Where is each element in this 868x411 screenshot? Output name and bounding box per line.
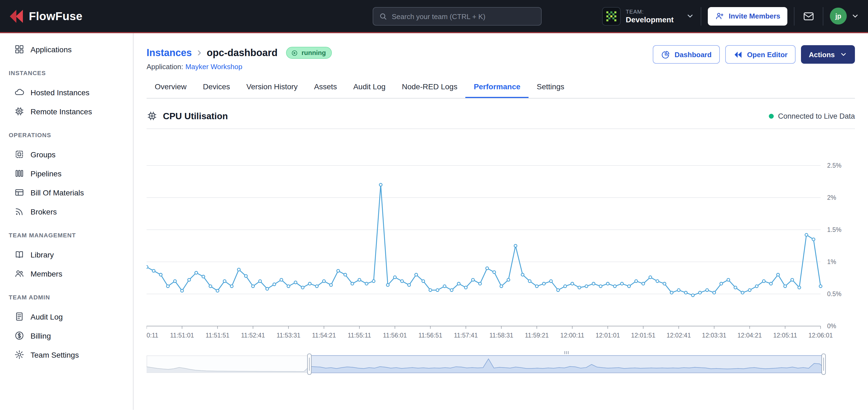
x-axis-label: 11:51:51 bbox=[206, 332, 230, 339]
sidebar-item-label: Audit Log bbox=[31, 312, 63, 321]
brush-move-grip[interactable] bbox=[564, 351, 565, 354]
sidebar-item-label: Billing bbox=[31, 331, 51, 340]
data-point bbox=[649, 276, 652, 278]
mail-icon bbox=[803, 10, 815, 22]
dashboard-button[interactable]: Dashboard bbox=[653, 45, 720, 64]
y-axis-label: 1.5% bbox=[827, 226, 841, 233]
data-point bbox=[415, 273, 417, 276]
billing-icon bbox=[14, 331, 25, 341]
application-link[interactable]: Mayker Workshop bbox=[185, 63, 242, 71]
editor-icon bbox=[734, 50, 743, 59]
x-axis-label: 12:01:51 bbox=[631, 332, 655, 339]
data-point bbox=[571, 282, 574, 285]
team-avatar bbox=[602, 7, 621, 25]
tab-assets[interactable]: Assets bbox=[306, 82, 345, 98]
audit-log-icon bbox=[14, 311, 25, 322]
tab-devices[interactable]: Devices bbox=[195, 82, 238, 98]
breadcrumb-instances-link[interactable]: Instances bbox=[147, 47, 192, 59]
sidebar-item-label: Bill Of Materials bbox=[31, 188, 84, 197]
x-axis-label: 11:54:21 bbox=[312, 332, 336, 339]
header-actions: Dashboard Open Editor Actions bbox=[653, 45, 855, 64]
sidebar-item-team-settings[interactable]: Team Settings bbox=[0, 345, 133, 364]
x-axis-label: 11:50:11 bbox=[147, 332, 158, 339]
data-point bbox=[691, 294, 694, 297]
data-point bbox=[755, 285, 758, 287]
x-axis-label: 11:55:11 bbox=[348, 332, 371, 339]
x-axis-label: 12:01:01 bbox=[595, 332, 620, 339]
tab-node-red-logs[interactable]: Node-RED Logs bbox=[394, 82, 466, 98]
sidebar-item-audit-log[interactable]: Audit Log bbox=[0, 307, 133, 326]
y-axis-label: 0% bbox=[827, 322, 836, 330]
dashboard-button-label: Dashboard bbox=[675, 50, 712, 59]
data-point bbox=[479, 282, 482, 285]
brush-move-grip[interactable] bbox=[568, 351, 569, 354]
user-plus-icon bbox=[715, 11, 724, 21]
data-point bbox=[699, 291, 701, 294]
data-point bbox=[394, 276, 396, 278]
invite-members-button[interactable]: Invite Members bbox=[708, 7, 787, 25]
data-point bbox=[386, 284, 389, 286]
sidebar-item-billing[interactable]: Billing bbox=[0, 326, 133, 345]
team-name: Development bbox=[626, 15, 674, 24]
search-input[interactable] bbox=[392, 12, 536, 21]
tab-overview[interactable]: Overview bbox=[147, 82, 195, 98]
data-point bbox=[585, 285, 588, 287]
brush-move-grip[interactable] bbox=[566, 351, 567, 354]
data-point bbox=[152, 270, 155, 272]
sidebar-item-hosted-instances[interactable]: Hosted Instances bbox=[0, 83, 133, 102]
brand[interactable]: FlowFuse bbox=[9, 8, 83, 24]
sidebar-item-members[interactable]: Members bbox=[0, 264, 133, 283]
x-axis-label: 11:56:51 bbox=[418, 332, 442, 339]
y-axis-label: 2% bbox=[827, 194, 836, 201]
data-point bbox=[422, 280, 425, 282]
data-point bbox=[557, 289, 559, 292]
data-point bbox=[684, 291, 687, 294]
team-search[interactable] bbox=[373, 7, 541, 26]
chart-range-selector[interactable] bbox=[147, 351, 855, 376]
remote-instances-icon bbox=[14, 106, 25, 116]
data-point bbox=[443, 285, 446, 287]
data-point bbox=[514, 244, 517, 247]
data-point bbox=[408, 284, 410, 286]
x-axis-label: 12:03:31 bbox=[702, 332, 726, 339]
actions-button[interactable]: Actions bbox=[801, 45, 855, 64]
x-axis-label: 12:06:01 bbox=[808, 332, 833, 339]
x-axis-label: 12:05:11 bbox=[773, 332, 797, 339]
user-menu[interactable]: jp bbox=[830, 8, 859, 25]
data-point bbox=[621, 282, 623, 285]
sidebar-item-groups[interactable]: Groups bbox=[0, 145, 133, 164]
sidebar-item-library[interactable]: Library bbox=[0, 245, 133, 264]
open-editor-button[interactable]: Open Editor bbox=[725, 45, 796, 64]
sidebar-item-applications[interactable]: Applications bbox=[0, 40, 133, 59]
sidebar-item-remote-instances[interactable]: Remote Instances bbox=[0, 102, 133, 121]
x-axis-label: 12:00:11 bbox=[560, 332, 584, 339]
tab-version-history[interactable]: Version History bbox=[238, 82, 306, 98]
sidebar-item-label: Members bbox=[31, 269, 62, 278]
live-status-label: Connected to Live Data bbox=[778, 112, 855, 120]
data-point bbox=[805, 234, 808, 236]
data-point bbox=[251, 285, 254, 287]
x-axis-label: 11:59:21 bbox=[525, 332, 549, 339]
tab-settings[interactable]: Settings bbox=[529, 82, 572, 98]
sidebar-item-pipelines[interactable]: Pipelines bbox=[0, 164, 133, 183]
data-point bbox=[379, 183, 382, 186]
data-point bbox=[784, 285, 786, 287]
data-point bbox=[301, 286, 304, 289]
data-point bbox=[521, 273, 524, 276]
tab-performance[interactable]: Performance bbox=[466, 82, 529, 98]
team-label: TEAM: bbox=[626, 8, 674, 14]
team-selector[interactable]: TEAM: Development bbox=[602, 7, 694, 25]
data-point bbox=[147, 266, 148, 268]
data-point bbox=[209, 285, 212, 287]
data-point bbox=[748, 289, 751, 292]
sidebar-item-brokers[interactable]: Brokers bbox=[0, 202, 133, 221]
library-icon bbox=[14, 249, 25, 260]
search-icon bbox=[379, 12, 388, 21]
notifications-button[interactable] bbox=[801, 8, 816, 24]
data-point bbox=[607, 282, 609, 285]
data-point bbox=[344, 273, 346, 276]
panel-title: CPU Utilisation bbox=[163, 111, 228, 121]
tab-audit-log[interactable]: Audit Log bbox=[345, 82, 394, 98]
data-point bbox=[216, 289, 219, 292]
sidebar-item-bill-of-materials[interactable]: Bill Of Materials bbox=[0, 183, 133, 202]
